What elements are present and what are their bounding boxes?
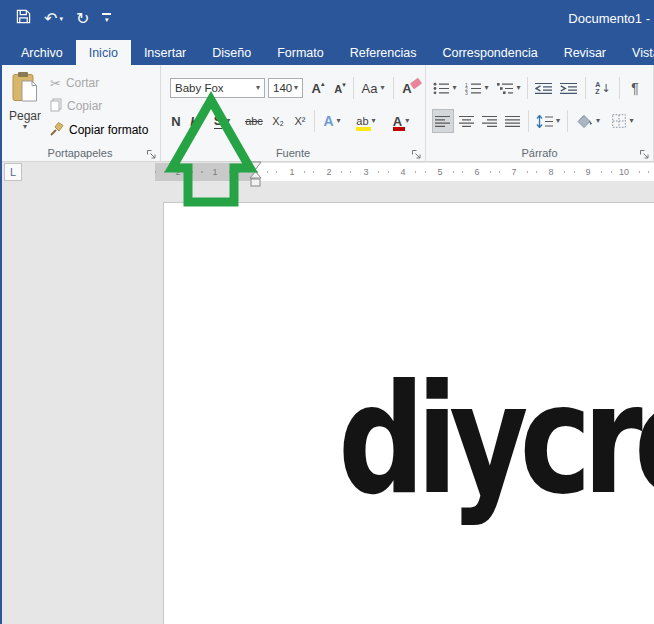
save-icon[interactable] <box>16 9 31 28</box>
ruler-number: 6 <box>470 166 484 178</box>
justify-icon <box>505 115 521 128</box>
align-center-button[interactable] <box>456 109 478 133</box>
cut-label: Cortar <box>66 76 99 90</box>
superscript-button[interactable]: X² <box>289 109 311 133</box>
highlight-color-button[interactable]: ab ▾ <box>350 109 382 133</box>
numbering-icon: 1 2 3 <box>465 82 482 95</box>
clear-formatting-button[interactable]: A <box>399 76 421 100</box>
paste-label: Pegar <box>9 109 41 123</box>
font-name-combobox[interactable]: Baby Fox ▾ <box>170 78 265 98</box>
line-spacing-button[interactable]: ▾ <box>533 109 563 133</box>
increase-indent-icon <box>560 82 578 95</box>
tab-stop-selector[interactable]: L <box>4 163 22 181</box>
justify-button[interactable] <box>502 109 524 133</box>
undo-dropdown-caret[interactable]: ▾ <box>59 15 63 23</box>
tab-archivo[interactable]: Archivo <box>8 40 76 65</box>
document-text: diycrea <box>338 351 654 528</box>
scissors-icon: ✂ <box>50 76 61 91</box>
strikethrough-button[interactable]: abc <box>241 109 267 133</box>
paragraph-group: ▾ 1 2 3 ▾ ▾ <box>426 65 654 161</box>
borders-button[interactable]: ▾ <box>608 109 638 133</box>
font-size-caret[interactable]: ▾ <box>294 84 298 92</box>
ruler-number: 2 <box>171 166 185 178</box>
underline-caret[interactable]: ▾ <box>226 117 230 125</box>
format-painter-button[interactable]: Copiar formato <box>50 120 148 140</box>
undo-button[interactable]: ↶ ▾ <box>44 11 63 27</box>
multilevel-list-button[interactable]: ▾ <box>495 76 523 100</box>
tab-vista[interactable]: Vista <box>619 40 654 65</box>
customize-qat-button[interactable]: ▾ <box>102 13 111 24</box>
cut-button[interactable]: ✂ Cortar <box>50 73 99 93</box>
word-window: ↶ ▾ ↻ ▾ Documento1 - Archivo Inicio Inse… <box>0 0 654 624</box>
shading-button[interactable]: ▾ <box>572 109 604 133</box>
text-effects-button[interactable]: A ▾ <box>318 109 346 133</box>
indent-marker[interactable] <box>249 161 262 191</box>
font-name-value: Baby Fox <box>175 82 224 94</box>
borders-icon <box>612 114 626 128</box>
bullets-button[interactable]: ▾ <box>431 76 459 100</box>
font-dialog-launcher-icon[interactable] <box>411 146 422 157</box>
highlight-caret[interactable]: ▾ <box>372 117 376 125</box>
align-right-icon <box>482 115 498 128</box>
horizontal-ruler: 2 1 1 2 3 4 5 6 7 8 9 10 <box>155 163 654 181</box>
bold-button[interactable]: N <box>167 109 185 133</box>
redo-icon[interactable]: ↻ <box>76 11 89 27</box>
document-title: Documento1 - <box>568 11 650 26</box>
tab-diseno[interactable]: Diseño <box>199 40 264 65</box>
ruler-number: 3 <box>359 166 373 178</box>
paragraph-dialog-launcher-icon[interactable] <box>639 146 650 157</box>
tab-revisar[interactable]: Revisar <box>551 40 619 65</box>
font-size-combobox[interactable]: 140 ▾ <box>268 78 303 98</box>
sort-button[interactable]: A Z ↓ <box>591 76 615 100</box>
format-painter-label: Copiar formato <box>69 123 148 137</box>
increase-indent-button[interactable] <box>557 76 581 100</box>
shrink-font-button[interactable]: A▾ <box>330 77 350 101</box>
svg-text:3: 3 <box>465 90 468 95</box>
decrease-indent-icon <box>535 82 553 95</box>
subscript-button[interactable]: X₂ <box>267 109 289 133</box>
tab-correspondencia[interactable]: Correspondencia <box>429 40 550 65</box>
ruler-number: 1 <box>285 166 299 178</box>
paste-button[interactable]: Pegar ▾ <box>6 71 44 143</box>
change-case-button[interactable]: Aa ▾ <box>357 76 389 100</box>
tab-insertar[interactable]: Insertar <box>131 40 199 65</box>
font-group-label: Fuente <box>161 147 425 159</box>
numbering-button[interactable]: 1 2 3 ▾ <box>463 76 491 100</box>
tab-stop-selector-glyph: L <box>10 166 16 178</box>
change-case-icon: Aa <box>362 81 378 96</box>
show-paragraph-marks-button[interactable]: ¶ <box>624 76 646 100</box>
title-bar: ↶ ▾ ↻ ▾ Documento1 - <box>0 0 654 40</box>
sort-arrow-icon: ↓ <box>601 82 610 95</box>
bold-icon: N <box>171 114 180 129</box>
ruler-number: 5 <box>433 166 447 178</box>
clipboard-dialog-launcher-icon[interactable] <box>146 146 157 157</box>
ruler-number: 4 <box>396 166 410 178</box>
tab-referencias[interactable]: Referencias <box>337 40 430 65</box>
format-painter-brush-icon <box>50 122 64 139</box>
italic-button[interactable]: K <box>187 109 203 133</box>
subscript-icon: X₂ <box>272 115 284 127</box>
font-color-button[interactable]: A ▾ <box>386 109 416 133</box>
underline-button[interactable]: S ▾ <box>207 109 237 133</box>
font-color-caret[interactable]: ▾ <box>405 117 409 125</box>
ruler-number: 9 <box>581 166 595 178</box>
align-left-button[interactable] <box>432 109 454 133</box>
align-right-button[interactable] <box>479 109 501 133</box>
paragraph-group-label: Párrafo <box>426 147 653 159</box>
paint-bucket-icon <box>576 114 593 128</box>
document-page[interactable]: diycrea <box>163 202 654 624</box>
paste-dropdown-caret[interactable]: ▾ <box>23 123 27 131</box>
line-spacing-icon <box>536 115 554 128</box>
shrink-font-icon: A <box>334 83 342 95</box>
font-name-caret[interactable]: ▾ <box>256 84 260 92</box>
grow-font-button[interactable]: A▴ <box>308 76 328 100</box>
decrease-indent-button[interactable] <box>532 76 556 100</box>
highlight-icon: ab <box>356 115 368 127</box>
tab-formato[interactable]: Formato <box>264 40 337 65</box>
ruler-number: 8 <box>544 166 558 178</box>
text-effects-icon: A <box>323 113 333 129</box>
ruler-number: 2 <box>322 166 336 178</box>
copy-button[interactable]: Copiar <box>50 96 102 116</box>
tab-inicio[interactable]: Inicio <box>76 40 131 65</box>
grow-font-icon: A <box>312 81 321 96</box>
